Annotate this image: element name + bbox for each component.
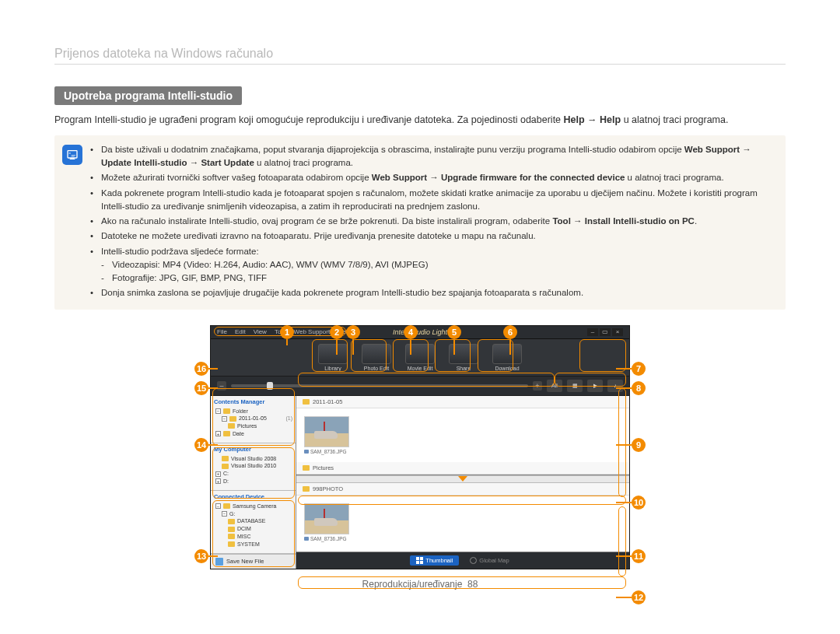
note-item: Datoteke ne možete uređivati izravno na … — [90, 229, 776, 243]
filter-video-icon[interactable]: ▶ — [587, 380, 603, 392]
intro-text: Program Intelli-studio je ugrađeni progr… — [54, 113, 786, 128]
toolbar-movie-edit[interactable]: Movie Edit — [401, 344, 439, 371]
expand-icon[interactable]: + — [215, 431, 221, 436]
expand-icon[interactable]: − — [222, 511, 227, 517]
folder-icon — [222, 456, 229, 461]
expand-icon[interactable]: − — [222, 416, 227, 422]
breadcrumb: Prijenos datoteka na Windows računalo — [54, 47, 786, 65]
g-drive[interactable]: G: — [229, 510, 235, 518]
folder-root[interactable]: Folder — [233, 408, 248, 415]
save-new-file-button[interactable]: Save New File — [211, 554, 296, 569]
thumbnail-image — [304, 503, 349, 534]
thumbnail-filename: SAM_8736.JPG — [304, 534, 349, 541]
thumbnail-image — [304, 416, 349, 447]
zoom-out-button[interactable]: – — [217, 381, 226, 391]
svg-rect-0 — [68, 150, 77, 157]
folder-icon — [229, 416, 236, 422]
zoom-slider[interactable] — [231, 384, 528, 387]
callout-11: 11 — [632, 549, 646, 563]
folder-icon — [228, 534, 235, 539]
callout-2: 2 — [330, 325, 344, 339]
vs2010-folder[interactable]: Visual Studio 2010 — [231, 462, 276, 470]
footer-page: 88 — [467, 579, 478, 590]
expand-icon[interactable]: − — [215, 408, 221, 414]
note-item: Intelli-studio podržava sljedeće formate… — [90, 245, 776, 285]
save-label: Save New File — [226, 558, 264, 565]
menu-edit[interactable]: Edit — [235, 328, 246, 336]
main-pane: 2011-01-05 SAM_8736.JPG Pictures 998PHOT… — [296, 396, 629, 569]
thumbnail-view-label: Thumbnail — [425, 557, 453, 564]
format-item: Fotografije: JPG, GIF, BMP, PNG, TIFF — [101, 271, 776, 285]
folder-icon — [303, 486, 310, 492]
pane-divider[interactable] — [296, 475, 629, 483]
format-item: Videozapisi: MP4 (Video: H.264, Audio: A… — [101, 258, 776, 271]
menu-file[interactable]: File — [217, 328, 227, 336]
note-item: Donja snimka zaslona se pojavljuje druga… — [90, 286, 776, 299]
note-item: Možete ažurirati tvornički softver vašeg… — [90, 171, 776, 184]
my-computer-panel: My Computer Visual Studio 2008 Visual St… — [211, 443, 296, 491]
callout-14: 14 — [194, 438, 208, 452]
toolbar-photo-edit[interactable]: Photo Edit — [357, 344, 396, 371]
thumbnail-item[interactable]: SAM_8736.JPG — [304, 503, 349, 541]
vs2008-folder[interactable]: Visual Studio 2008 — [231, 455, 276, 463]
filter-audio-icon[interactable]: ♪ — [607, 380, 623, 392]
note-item: Ako na računalo instalirate Intelli-stud… — [90, 215, 776, 228]
disk-icon — [215, 558, 223, 566]
connected-device-panel: Connected Device −Samsung Camera −G: DAT… — [211, 491, 296, 554]
callout-3: 3 — [346, 325, 360, 339]
minimize-button[interactable]: – — [587, 328, 598, 336]
filter-photo-icon[interactable]: ▦ — [567, 380, 583, 392]
dcim-folder[interactable]: DCIM — [237, 525, 251, 533]
toolbar-share[interactable]: Share — [444, 344, 483, 371]
folder-icon — [223, 503, 230, 509]
page-footer: Reprodukcija/uređivanje 88 — [54, 579, 786, 590]
globe-icon — [470, 557, 477, 564]
expand-icon[interactable]: + — [215, 478, 221, 484]
callout-15: 15 — [194, 381, 208, 395]
callout-16: 16 — [194, 362, 208, 376]
grid-icon — [416, 557, 423, 564]
expand-icon[interactable]: + — [215, 471, 221, 477]
maximize-button[interactable]: ▭ — [600, 328, 611, 336]
date-node[interactable]: Date — [233, 430, 244, 438]
footer-label: Reprodukcija/uređivanje — [362, 579, 463, 590]
pictures-folder[interactable]: Pictures — [237, 422, 257, 430]
thumbnail-item[interactable]: SAM_8736.JPG — [304, 416, 349, 454]
section-device-folder: 998PHOTO — [313, 485, 343, 492]
note-icon — [62, 145, 82, 165]
thumbnail-view-button[interactable]: Thumbnail — [410, 555, 459, 566]
chevron-down-icon — [458, 476, 467, 482]
note-box: Da biste uživali u dodatnim značajkama, … — [54, 135, 786, 310]
date-folder[interactable]: 2011-01-05 — [239, 415, 267, 422]
menu-view[interactable]: View — [254, 328, 267, 336]
zoom-in-button[interactable]: + — [533, 381, 542, 391]
expand-icon[interactable]: − — [215, 503, 221, 509]
callout-12: 12 — [632, 590, 646, 604]
misc-folder[interactable]: MISC — [237, 533, 251, 541]
global-map-button[interactable]: Global Map — [464, 555, 515, 566]
callout-4: 4 — [404, 325, 418, 339]
folder-icon — [228, 527, 235, 532]
toolbar: Library Photo Edit Movie Edit Share Down… — [211, 339, 629, 377]
contents-manager-panel: Contents Manager −Folder −2011-01-05 (1)… — [211, 396, 296, 443]
close-button[interactable]: × — [612, 328, 623, 336]
app-window: Intelli-studio Light File Edit View Tool… — [210, 325, 630, 569]
thumbnail-filename: SAM_8736.JPG — [304, 447, 349, 454]
folder-icon — [228, 519, 235, 524]
callout-6: 6 — [503, 325, 517, 339]
zoom-bar: – + All ▦ ▶ ♪ — [211, 377, 629, 396]
system-folder[interactable]: SYSTEM — [237, 541, 260, 548]
camera-node[interactable]: Samsung Camera — [233, 503, 276, 510]
menu-websupport[interactable]: Web Support — [294, 328, 331, 336]
c-drive[interactable]: C: — [223, 470, 229, 478]
sidebar: Contents Manager −Folder −2011-01-05 (1)… — [211, 396, 296, 569]
filter-all[interactable]: All — [547, 380, 562, 392]
database-folder[interactable]: DATABASE — [237, 517, 265, 525]
toolbar-download[interactable]: Download — [488, 344, 527, 371]
d-drive[interactable]: D: — [223, 478, 229, 485]
folder-icon — [222, 464, 229, 469]
global-map-label: Global Map — [479, 557, 509, 564]
toolbar-library[interactable]: Library — [313, 344, 352, 371]
section-heading: Upotreba programa Intelli-studio — [54, 86, 242, 105]
note-item: Da biste uživali u dodatnim značajkama, … — [90, 143, 776, 170]
